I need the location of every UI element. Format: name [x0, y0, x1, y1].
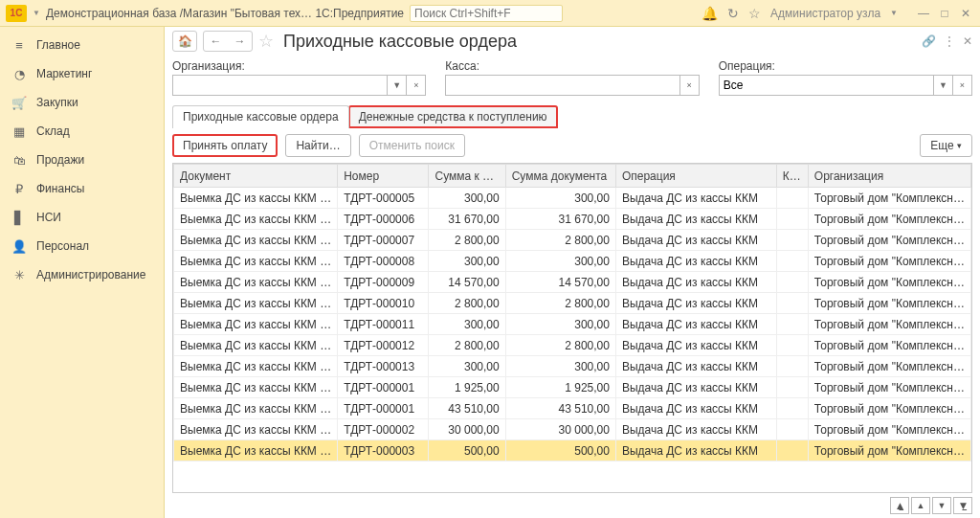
minimize-button[interactable]: —	[915, 6, 932, 21]
table-row[interactable]: Выемка ДС из кассы ККМ …ТДРТ-0000102 800…	[174, 293, 971, 314]
table-row[interactable]: Выемка ДС из кассы ККМ …ТДРТ-000011300,0…	[174, 314, 971, 335]
accept-payment-button[interactable]: Принять оплату	[172, 134, 278, 157]
cell: Выдача ДС из кассы ККМ	[615, 377, 776, 398]
table-row[interactable]: Выемка ДС из кассы ККМ …ТДРТ-00000631 67…	[174, 209, 971, 230]
star-icon[interactable]: ☆	[748, 6, 761, 21]
filter-label-org: Организация:	[172, 59, 426, 73]
nav-home-button[interactable]: 🏠	[172, 31, 197, 52]
sidebar-item-4[interactable]: 🛍Продажи	[0, 146, 164, 174]
nav-forward-icon[interactable]: →	[228, 34, 252, 48]
history-icon[interactable]: ↻	[727, 6, 739, 21]
close-button[interactable]: ✕	[957, 6, 974, 21]
link-icon[interactable]: 🔗	[922, 34, 936, 48]
close-panel-icon[interactable]: ✕	[963, 34, 972, 48]
cell	[776, 419, 808, 440]
sidebar-icon: ◔	[11, 67, 27, 81]
filter-oper-clear[interactable]: ×	[953, 75, 972, 96]
cell: Выемка ДС из кассы ККМ …	[174, 293, 338, 314]
column-header[interactable]: Номер	[338, 165, 429, 188]
cell: ТДРТ-000012	[338, 335, 429, 356]
filter-kassa-input[interactable]	[445, 75, 679, 96]
column-header[interactable]: К…	[776, 165, 808, 188]
sidebar-item-label: Продажи	[36, 153, 84, 167]
sidebar-item-6[interactable]: ▋НСИ	[0, 203, 164, 232]
cell: Выдача ДС из кассы ККМ	[615, 335, 776, 356]
filter-org-dropdown[interactable]: ▼	[388, 75, 407, 96]
cell: 2 800,00	[429, 230, 505, 251]
nav-back-icon[interactable]: ←	[204, 34, 228, 48]
kebab-icon[interactable]: ⋮	[944, 34, 955, 48]
filter-oper-input[interactable]	[719, 75, 934, 96]
cell: 30 000,00	[429, 419, 505, 440]
filter-org-input[interactable]	[172, 75, 388, 96]
cell: Торговый дом "Комплексн…	[808, 188, 970, 209]
sidebar-item-7[interactable]: 👤Персонал	[0, 232, 164, 260]
sidebar-item-0[interactable]: ≡Главное	[0, 31, 164, 59]
column-header[interactable]: Документ	[174, 165, 338, 188]
column-header[interactable]: Сумма документа	[505, 165, 615, 188]
app-logo: 1C	[6, 5, 27, 22]
filter-kassa-clear[interactable]: ×	[680, 75, 700, 96]
table-row[interactable]: Выемка ДС из кассы ККМ …ТДРТ-00000914 57…	[174, 272, 971, 293]
sidebar-icon: 🛒	[11, 96, 27, 110]
data-table[interactable]: ДокументНомерСумма к …Сумма документаОпе…	[172, 163, 972, 493]
filter-oper-dropdown[interactable]: ▼	[934, 75, 953, 96]
user-menu-dropdown[interactable]: ▼	[890, 9, 898, 17]
cell: 500,00	[429, 440, 505, 462]
favorite-icon[interactable]: ☆	[258, 31, 274, 52]
cell: Выемка ДС из кассы ККМ …	[174, 251, 338, 272]
cell	[776, 209, 808, 230]
table-row[interactable]: Выемка ДС из кассы ККМ …ТДРТ-0000011 925…	[174, 377, 971, 398]
pager-down[interactable]: ▼	[932, 497, 951, 514]
table-row[interactable]: Выемка ДС из кассы ККМ …ТДРТ-000005300,0…	[174, 188, 971, 209]
tab-orders[interactable]: Приходные кассовые ордера	[172, 105, 349, 128]
table-row[interactable]: Выемка ДС из кассы ККМ …ТДРТ-000008300,0…	[174, 251, 971, 272]
table-row[interactable]: Выемка ДС из кассы ККМ …ТДРТ-000003500,0…	[174, 440, 971, 462]
cell	[776, 356, 808, 377]
app-menu-dropdown[interactable]: ▼	[33, 9, 40, 17]
cell: Торговый дом "Комплексн…	[808, 209, 970, 230]
cell: 31 670,00	[505, 209, 615, 230]
cell: 14 570,00	[429, 272, 505, 293]
user-label[interactable]: Администратор узла	[770, 7, 880, 20]
table-row[interactable]: Выемка ДС из кассы ККМ …ТДРТ-00000143 51…	[174, 398, 971, 419]
nav-history-buttons[interactable]: ←→	[203, 31, 253, 52]
table-row[interactable]: Выемка ДС из кассы ККМ …ТДРТ-00000230 00…	[174, 419, 971, 440]
search-input[interactable]	[410, 5, 563, 22]
find-button[interactable]: Найти…	[285, 134, 350, 157]
table-row[interactable]: Выемка ДС из кассы ККМ …ТДРТ-000013300,0…	[174, 356, 971, 377]
cell: ТДРТ-000009	[338, 272, 429, 293]
cell: 300,00	[505, 251, 615, 272]
sidebar-item-3[interactable]: ▦Склад	[0, 117, 164, 146]
sidebar-item-2[interactable]: 🛒Закупки	[0, 88, 164, 117]
cell: Выемка ДС из кассы ККМ …	[174, 272, 338, 293]
bell-icon[interactable]: 🔔	[702, 6, 718, 21]
column-header[interactable]: Операция	[615, 165, 776, 188]
sidebar-item-1[interactable]: ◔Маркетинг	[0, 59, 164, 88]
cell: 2 800,00	[505, 230, 615, 251]
filter-org-clear[interactable]: ×	[407, 75, 426, 96]
pager-up[interactable]: ▲	[911, 497, 930, 514]
cell: ТДРТ-000005	[338, 188, 429, 209]
sidebar-item-5[interactable]: ₽Финансы	[0, 174, 164, 203]
pager-last[interactable]: ▼̲	[953, 497, 972, 514]
tab-funds-incoming[interactable]: Денежные средства к поступлению	[348, 105, 558, 128]
table-row[interactable]: Выемка ДС из кассы ККМ …ТДРТ-0000072 800…	[174, 230, 971, 251]
cell: Выемка ДС из кассы ККМ …	[174, 230, 338, 251]
sidebar: ≡Главное◔Маркетинг🛒Закупки▦Склад🛍Продажи…	[0, 27, 165, 518]
column-header[interactable]: Сумма к …	[429, 165, 505, 188]
column-header[interactable]: Организация	[808, 165, 970, 188]
more-button[interactable]: Еще ▾	[920, 134, 972, 157]
cell: Торговый дом "Комплексн…	[808, 335, 970, 356]
cell: ТДРТ-000001	[338, 377, 429, 398]
cancel-search-button[interactable]: Отменить поиск	[359, 134, 465, 157]
cell: Торговый дом "Комплексн…	[808, 377, 970, 398]
cell: Выемка ДС из кассы ККМ …	[174, 335, 338, 356]
filter-label-kassa: Касса:	[445, 59, 699, 73]
sidebar-item-label: Склад	[36, 124, 70, 138]
pager-first[interactable]: ▲̲	[890, 497, 909, 514]
maximize-button[interactable]: □	[936, 6, 953, 21]
table-row[interactable]: Выемка ДС из кассы ККМ …ТДРТ-0000122 800…	[174, 335, 971, 356]
cell: 2 800,00	[429, 293, 505, 314]
sidebar-item-8[interactable]: ✳Администрирование	[0, 260, 164, 289]
